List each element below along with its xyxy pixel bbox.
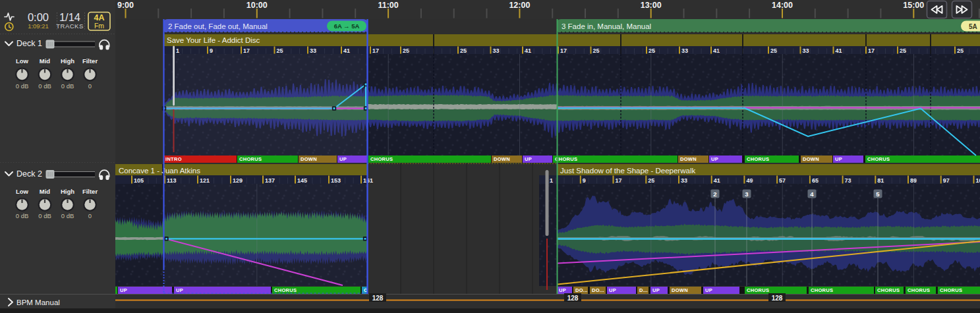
svg-text:DOWN: DOWN [494,156,510,162]
svg-text:10:00: 10:00 [246,1,268,10]
svg-text:25: 25 [770,47,777,54]
svg-text:57: 57 [779,177,786,184]
svg-text:Fm: Fm [94,22,104,30]
svg-text:41: 41 [714,177,720,184]
svg-text:3: 3 [745,190,748,198]
svg-text:25: 25 [593,47,600,54]
svg-text:9:00: 9:00 [117,1,134,10]
svg-text:1: 1 [550,177,553,184]
svg-text:UP: UP [609,287,616,293]
svg-text:UP: UP [835,156,842,162]
svg-text:9: 9 [583,177,586,184]
svg-text:DOWN: DOWN [672,287,688,293]
svg-text:0 dB: 0 dB [38,212,51,219]
svg-text:Mid: Mid [40,57,51,65]
svg-text:41: 41 [713,47,720,54]
svg-text:105: 105 [134,177,144,184]
svg-text:TRACKS: TRACKS [56,22,84,30]
svg-text:Concave 1 - Juan Atkins: Concave 1 - Juan Atkins [119,167,200,175]
svg-text:Deck 1: Deck 1 [16,39,42,48]
svg-text:Mid: Mid [40,188,51,195]
svg-text:CHORUS: CHORUS [555,156,577,162]
svg-text:105: 105 [976,177,980,184]
svg-text:CHORUS: CHORUS [274,287,297,293]
svg-text:Filter: Filter [82,188,98,195]
svg-text:33: 33 [493,47,500,54]
svg-text:DOWN: DOWN [803,156,819,162]
svg-text:Low: Low [16,57,29,65]
svg-text:0 dB: 0 dB [38,82,51,90]
svg-text:41: 41 [836,47,842,54]
svg-text:33: 33 [803,47,809,54]
svg-text:153: 153 [331,177,341,184]
svg-text:128: 128 [567,295,579,302]
svg-text:UP: UP [339,156,347,162]
svg-text:High: High [61,188,74,195]
svg-text:CHORUS: CHORUS [877,287,900,293]
svg-text:97: 97 [943,177,950,184]
svg-text:UP: UP [525,156,532,162]
svg-text:25: 25 [277,47,283,54]
svg-text:BPM Manual: BPM Manual [16,299,60,306]
svg-text:2: 2 [713,190,716,198]
svg-text:11:00: 11:00 [378,1,398,10]
svg-text:3 Fade in, Manual, Manual: 3 Fade in, Manual, Manual [562,22,651,30]
svg-text:1:09:21: 1:09:21 [28,22,49,30]
svg-text:DO...: DO... [592,287,604,293]
svg-text:UP: UP [176,287,183,293]
svg-text:DO...: DO... [575,287,588,293]
svg-text:CHORUS: CHORUS [747,156,769,162]
svg-text:CHORUS: CHORUS [747,287,769,293]
svg-text:33: 33 [310,47,316,54]
svg-text:UP: UP [652,287,660,293]
svg-text:25: 25 [900,47,906,54]
svg-text:81: 81 [877,177,884,184]
svg-text:89: 89 [910,177,917,184]
svg-text:15:00: 15:00 [903,1,924,10]
svg-text:41: 41 [343,47,350,54]
svg-text:17: 17 [560,47,567,54]
svg-text:137: 137 [265,177,275,184]
svg-text:0 dB: 0 dB [16,212,29,219]
svg-text:1: 1 [176,47,179,54]
svg-text:145: 145 [297,177,307,184]
svg-text:4: 4 [810,190,814,198]
svg-text:2 Fade out, Fade out, Manual: 2 Fade out, Fade out, Manual [168,22,268,30]
svg-text:0 dB: 0 dB [61,212,74,219]
svg-text:CHORUS: CHORUS [867,156,890,162]
svg-text:DOWN: DOWN [301,156,317,162]
svg-text:25: 25 [649,47,655,54]
svg-text:Save Your Life - Addict Disc: Save Your Life - Addict Disc [167,36,260,44]
svg-text:UP: UP [120,287,127,293]
svg-text:33: 33 [681,177,687,184]
svg-text:0 dB: 0 dB [61,82,74,90]
svg-text:49: 49 [746,177,753,184]
svg-text:Filter: Filter [82,57,98,65]
svg-text:25: 25 [460,47,467,54]
svg-text:25: 25 [648,177,654,184]
svg-text:25: 25 [957,47,964,54]
svg-text:CHORUS: CHORUS [239,156,262,162]
svg-text:17: 17 [616,177,622,184]
svg-text:UP: UP [705,287,712,293]
svg-text:0 dB: 0 dB [16,82,29,90]
svg-text:Low: Low [16,188,29,195]
svg-text:12:00: 12:00 [509,1,530,10]
svg-text:High: High [61,57,74,65]
svg-text:5: 5 [876,190,880,198]
svg-text:13:00: 13:00 [641,1,662,10]
svg-text:0: 0 [88,212,92,219]
svg-text:9: 9 [210,47,213,54]
svg-text:113: 113 [167,177,177,184]
svg-text:121: 121 [200,177,210,184]
svg-text:5A: 5A [969,23,977,30]
svg-text:17: 17 [243,47,250,54]
svg-text:128: 128 [772,295,783,302]
svg-text:Just Shadow of the Shape - Dee: Just Shadow of the Shape - Deeperwalk [560,167,695,175]
svg-text:1/14: 1/14 [59,11,80,23]
svg-text:INTRO: INTRO [165,156,182,162]
svg-text:0:00: 0:00 [28,11,49,23]
svg-text:17: 17 [372,47,379,54]
svg-text:CHORUS: CHORUS [811,287,833,293]
svg-text:0: 0 [88,82,92,90]
